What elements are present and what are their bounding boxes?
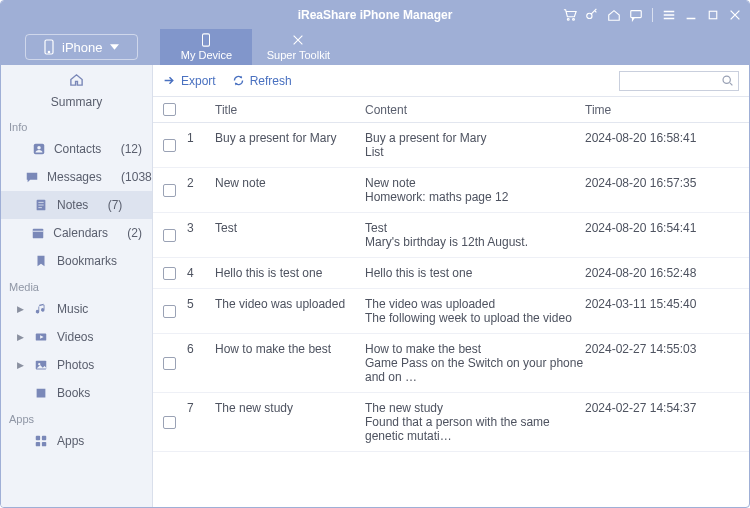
expand-icon[interactable]: ▶ [17, 360, 25, 370]
video-icon [33, 329, 49, 345]
row-title: How to make the best [215, 342, 365, 384]
sidebar-item-label: Messages [47, 170, 102, 184]
svg-rect-18 [42, 442, 46, 446]
header-title[interactable]: Title [215, 103, 365, 117]
refresh-icon [232, 74, 245, 87]
sidebar-item-messages[interactable]: Messages (1038) [1, 163, 152, 191]
divider [652, 8, 653, 22]
tab-my-device[interactable]: My Device [160, 29, 252, 65]
table-body: 1Buy a present for MaryBuy a present for… [153, 123, 749, 452]
minimize-button[interactable] [683, 7, 699, 23]
svg-point-6 [48, 51, 49, 52]
svg-point-9 [37, 146, 41, 150]
sidebar-item-music[interactable]: ▶ Music [1, 295, 152, 323]
table-row[interactable]: 7The new studyThe new studyFound that a … [153, 393, 749, 452]
search-input[interactable] [619, 71, 739, 91]
sidebar-group-info: Info [1, 115, 152, 135]
refresh-button[interactable]: Refresh [232, 74, 292, 88]
svg-rect-4 [709, 11, 717, 19]
tab-label: My Device [181, 49, 232, 61]
row-checkbox[interactable] [163, 184, 176, 197]
row-content: New noteHomework: maths page 12 [365, 176, 585, 204]
sidebar-item-videos[interactable]: ▶ Videos [1, 323, 152, 351]
svg-point-0 [567, 19, 569, 21]
sidebar-item-count: (2) [127, 226, 142, 240]
bookmark-icon [33, 253, 49, 269]
sidebar-item-apps[interactable]: Apps [1, 427, 152, 455]
sidebar-item-label: Calendars [53, 226, 108, 240]
book-icon [33, 385, 49, 401]
row-checkbox[interactable] [163, 357, 176, 370]
svg-rect-3 [631, 11, 642, 18]
menu-icon[interactable] [661, 7, 677, 23]
device-selector[interactable]: iPhone [25, 34, 138, 60]
table-row[interactable]: 4Hello this is test oneHello this is tes… [153, 258, 749, 289]
export-button[interactable]: Export [163, 74, 216, 88]
row-time: 2024-08-20 16:54:41 [585, 221, 749, 249]
sidebar-item-bookmarks[interactable]: Bookmarks [1, 247, 152, 275]
cart-icon[interactable] [562, 7, 578, 23]
key-icon[interactable] [584, 7, 600, 23]
row-content: How to make the bestGame Pass on the Swi… [365, 342, 585, 384]
sidebar-item-label: Notes [57, 198, 88, 212]
row-title: Hello this is test one [215, 266, 365, 280]
titlebar: iReaShare iPhone Manager [1, 1, 749, 29]
calendar-icon [31, 225, 45, 241]
sidebar-summary[interactable]: Summary [1, 65, 152, 115]
select-all-checkbox[interactable] [163, 103, 176, 116]
sidebar-item-photos[interactable]: ▶ Photos [1, 351, 152, 379]
row-time: 2024-02-27 14:55:03 [585, 342, 749, 384]
maximize-button[interactable] [705, 7, 721, 23]
home-icon[interactable] [606, 7, 622, 23]
row-time: 2024-08-20 16:52:48 [585, 266, 749, 280]
row-content: Buy a present for MaryList [365, 131, 585, 159]
sidebar-item-contacts[interactable]: Contacts (12) [1, 135, 152, 163]
refresh-label: Refresh [250, 74, 292, 88]
sidebar-item-label: Books [57, 386, 90, 400]
sidebar-item-calendars[interactable]: Calendars (2) [1, 219, 152, 247]
menubar: iPhone My Device Super Toolkit [1, 29, 749, 65]
svg-point-19 [723, 76, 730, 83]
contacts-icon [32, 141, 46, 157]
svg-rect-7 [203, 34, 210, 46]
table-row[interactable]: 2New noteNew noteHomework: maths page 12… [153, 168, 749, 213]
feedback-icon[interactable] [628, 7, 644, 23]
table-row[interactable]: 1Buy a present for MaryBuy a present for… [153, 123, 749, 168]
table-row[interactable]: 3TestTestMary's birthday is 12th August.… [153, 213, 749, 258]
sidebar-item-label: Videos [57, 330, 93, 344]
sidebar: Summary Info Contacts (12) Messages (103… [1, 65, 153, 508]
svg-rect-15 [36, 436, 40, 440]
row-checkbox[interactable] [163, 416, 176, 429]
table-row[interactable]: 5The video was uploadedThe video was upl… [153, 289, 749, 334]
svg-rect-11 [33, 229, 44, 239]
row-checkbox[interactable] [163, 267, 176, 280]
expand-icon[interactable]: ▶ [17, 332, 25, 342]
apps-icon [33, 433, 49, 449]
sidebar-group-apps: Apps [1, 407, 152, 427]
sidebar-group-media: Media [1, 275, 152, 295]
close-button[interactable] [727, 7, 743, 23]
row-checkbox[interactable] [163, 229, 176, 242]
row-checkbox[interactable] [163, 305, 176, 318]
svg-rect-16 [42, 436, 46, 440]
sidebar-item-books[interactable]: Books [1, 379, 152, 407]
sidebar-item-label: Contacts [54, 142, 101, 156]
row-checkbox[interactable] [163, 139, 176, 152]
row-index: 1 [187, 131, 215, 159]
row-index: 3 [187, 221, 215, 249]
header-time[interactable]: Time [585, 103, 749, 117]
tab-super-toolkit[interactable]: Super Toolkit [252, 29, 344, 65]
svg-rect-17 [36, 442, 40, 446]
row-title: Buy a present for Mary [215, 131, 365, 159]
header-content[interactable]: Content [365, 103, 585, 117]
row-title: The new study [215, 401, 365, 443]
music-icon [33, 301, 49, 317]
row-index: 4 [187, 266, 215, 280]
table-row[interactable]: 6How to make the bestHow to make the bes… [153, 334, 749, 393]
sidebar-item-notes[interactable]: Notes (7) [1, 191, 152, 219]
row-index: 5 [187, 297, 215, 325]
expand-icon[interactable]: ▶ [17, 304, 25, 314]
app-title: iReaShare iPhone Manager [298, 8, 453, 22]
row-time: 2024-02-27 14:54:37 [585, 401, 749, 443]
sidebar-item-label: Photos [57, 358, 94, 372]
